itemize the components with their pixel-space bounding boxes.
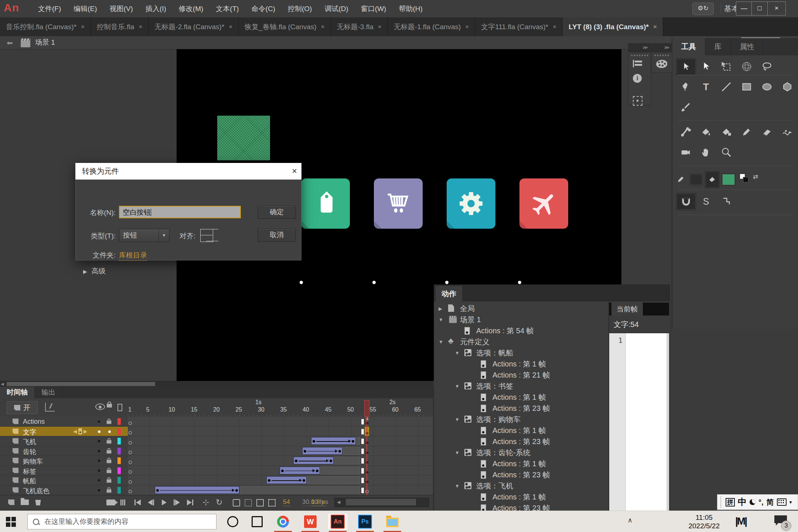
tools-tab-属性[interactable]: 属性 (731, 38, 764, 55)
cortana-button[interactable] (222, 513, 243, 530)
taskbar-app-chrome[interactable] (273, 513, 293, 530)
frame-row-齿轮[interactable] (128, 446, 433, 456)
brush-tool[interactable] (676, 99, 695, 115)
line-tool[interactable] (717, 79, 736, 95)
outline-all-icon[interactable] (117, 404, 122, 411)
playhead-marker[interactable] (364, 400, 369, 417)
frame-grid[interactable]: a (128, 417, 433, 495)
eyedropper-tool[interactable] (737, 124, 756, 140)
subselection-tool[interactable] (696, 58, 716, 75)
expand-arrow-icon[interactable]: ▶ (439, 306, 442, 311)
play-button[interactable] (162, 499, 167, 505)
frame-row-标签[interactable] (128, 466, 433, 476)
marker-handle[interactable] (78, 428, 82, 434)
visibility-dot[interactable] (98, 430, 100, 433)
ime-keyboard-icon[interactable] (777, 498, 787, 506)
back-arrow-icon[interactable]: ⬅ (7, 38, 13, 47)
frame-row-Actions[interactable]: a (128, 417, 433, 427)
lock-all-icon[interactable] (107, 404, 112, 407)
visibility-dot[interactable] (98, 450, 100, 452)
scene-name[interactable]: 场景 1 (35, 38, 55, 47)
outline-color-swatch[interactable] (117, 457, 121, 464)
ime-language-bar[interactable]: 拼 中 °, 简 ▾ (717, 494, 798, 510)
tree-row[interactable]: ▼场景 1 (434, 314, 608, 325)
visibility-dot[interactable] (98, 460, 100, 462)
layer-row-文字[interactable]: 文字◀▶ (0, 427, 128, 437)
marker-right-icon[interactable]: ▶ (83, 429, 87, 434)
menu-item-O[interactable]: 控制(O) (282, 0, 318, 17)
document-tab[interactable]: 无标题-3.fla× (331, 17, 388, 36)
frame-row-飞机底色[interactable] (128, 485, 433, 495)
tree-row[interactable]: ▼选项：帆船 (434, 347, 608, 358)
static-frame-span[interactable] (356, 437, 360, 445)
collapse-arrow-icon[interactable]: ▼ (455, 350, 460, 356)
static-frame-span[interactable] (342, 447, 360, 455)
menu-item-D[interactable]: 调试(D) (318, 0, 354, 17)
current-frame-tab[interactable]: 当前帧 (611, 303, 643, 316)
frame-row-帆船[interactable] (128, 475, 433, 485)
layer-row-标签[interactable]: 标签 (0, 466, 128, 476)
center-playhead-icon[interactable]: ⊹ (202, 498, 209, 507)
taskbar-app-wps[interactable]: W (300, 513, 321, 530)
timeline-tab-output[interactable]: 输出 (35, 387, 62, 398)
document-tab[interactable]: 音乐控制.fla (Canvas)*× (0, 17, 91, 36)
lock-icon[interactable] (107, 440, 112, 444)
plane-button[interactable] (519, 178, 568, 229)
tree-row[interactable]: Actions : 第 1 帧 (434, 358, 608, 369)
outline-color-swatch[interactable] (117, 438, 121, 444)
layer-row-帆船[interactable]: 帆船 (0, 475, 128, 485)
tree-row[interactable]: Actions : 第 1 帧 (434, 491, 608, 502)
collapse-arrow-icon[interactable]: ▼ (439, 317, 443, 323)
lock-icon[interactable] (107, 460, 112, 463)
collapse-arrow-icon[interactable]: ▼ (455, 383, 460, 389)
transform-panel-icon[interactable] (633, 96, 642, 106)
scrollbar-thumb[interactable] (7, 382, 155, 386)
tree-row[interactable]: Actions : 第 21 帧 (434, 369, 608, 381)
onion-skin-icon[interactable] (233, 499, 240, 507)
ink-bottle-tool[interactable] (717, 124, 736, 140)
free-transform-tool[interactable] (717, 58, 736, 75)
static-frame-span[interactable] (240, 486, 361, 494)
tree-row[interactable]: Actions : 第 23 帧 (434, 436, 608, 447)
document-tab[interactable]: 恢复_卷轴.fla (Canvas)× (239, 17, 331, 36)
ime-tray-logo[interactable]: |M| (735, 515, 746, 527)
tab-close-icon[interactable]: × (139, 23, 142, 31)
taskbar-app-animate[interactable]: An (327, 513, 348, 530)
tools-tab-工具[interactable]: 工具 (672, 38, 705, 55)
document-tab[interactable]: 文字111.fla (Canvas)*× (475, 17, 563, 36)
smooth-tool[interactable]: S (696, 193, 716, 209)
unlocked-dot[interactable] (108, 430, 111, 433)
collapse-arrow-icon[interactable]: ▼ (455, 417, 460, 422)
motion-tween-span[interactable] (311, 437, 356, 445)
menu-item-C[interactable]: 命令(C) (245, 0, 282, 17)
ime-fullwidth-icon[interactable] (750, 499, 756, 505)
hand-tool[interactable] (696, 144, 716, 160)
timeline-scrollbar[interactable]: ◀ (334, 498, 429, 507)
tree-row[interactable]: Actions : 第 1 帧 (434, 458, 608, 469)
color-panel-icon[interactable] (656, 60, 667, 68)
expand-panels-button[interactable]: >> (652, 44, 672, 52)
collapse-arrow-icon[interactable]: ▼ (439, 339, 443, 345)
eraser-tool[interactable] (757, 124, 777, 140)
cancel-button[interactable]: 取消 (258, 229, 296, 242)
document-tab[interactable]: 控制音乐.fla× (91, 17, 149, 36)
outline-color-swatch[interactable] (117, 467, 121, 474)
ime-menu-caret[interactable]: ▾ (790, 499, 792, 505)
selected-green-rectangle[interactable] (217, 116, 270, 160)
tag-button[interactable] (301, 178, 350, 229)
layer-row-购物车[interactable]: 购物车 (0, 456, 128, 466)
lock-icon[interactable] (107, 450, 112, 453)
library-root-link[interactable]: 库根目录 (119, 250, 147, 261)
editor-scrollbar[interactable] (666, 333, 669, 511)
outline-color-swatch[interactable] (117, 477, 121, 484)
menu-item-E[interactable]: 编辑(E) (67, 0, 103, 17)
close-button[interactable]: × (767, 1, 786, 16)
onion-outline-icon[interactable] (245, 499, 252, 507)
start-button[interactable] (6, 517, 16, 527)
document-tab[interactable]: 无标题-2.fla (Canvas)*× (149, 17, 239, 36)
zoom-tool[interactable] (717, 144, 736, 160)
tree-row[interactable]: Actions : 第 23 帧 (434, 502, 608, 511)
add-camera-button[interactable] (106, 499, 115, 505)
static-frame-span[interactable] (334, 457, 361, 464)
ime-charset-toggle[interactable]: 简 (767, 497, 774, 507)
